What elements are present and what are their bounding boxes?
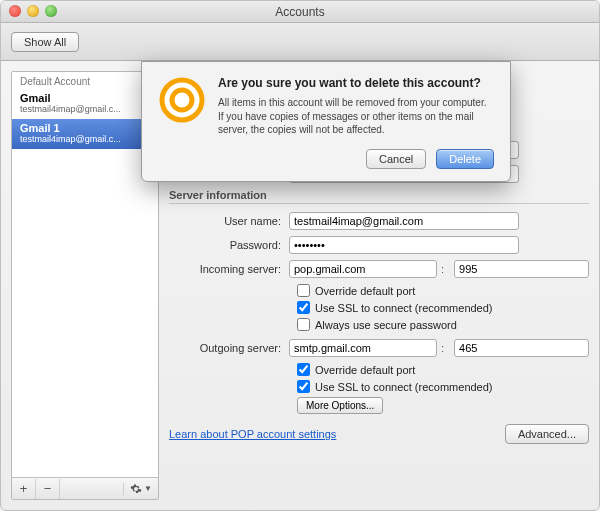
window-controls — [9, 5, 57, 17]
sidebar-list: Default Account Gmail testmail4imap@gmai… — [12, 72, 158, 477]
row-ssl-incoming: Use SSL to connect (recommended) — [297, 301, 589, 314]
account-email: testmail4imap@gmail.c... — [20, 134, 150, 144]
account-options-button[interactable]: ▼ — [123, 483, 158, 495]
svg-point-0 — [162, 80, 202, 120]
remove-account-button[interactable]: − — [36, 479, 60, 499]
bottom-row: Learn about POP account settings Advance… — [169, 424, 589, 444]
show-all-button[interactable]: Show All — [11, 32, 79, 52]
delete-button[interactable]: Delete — [436, 149, 494, 169]
incoming-port-field[interactable] — [454, 260, 589, 278]
zoom-icon[interactable] — [45, 5, 57, 17]
ssl-outgoing-label: Use SSL to connect (recommended) — [315, 381, 493, 393]
outlook-icon — [158, 76, 206, 124]
row-override-outgoing: Override default port — [297, 363, 589, 376]
accounts-sidebar: Default Account Gmail testmail4imap@gmai… — [11, 71, 159, 500]
toolbar: Show All — [1, 23, 599, 61]
row-outgoing: Outgoing server: : — [169, 339, 589, 357]
sidebar-item-gmail-1[interactable]: Gmail 1 testmail4imap@gmail.c... — [12, 119, 158, 149]
ssl-outgoing-checkbox[interactable] — [297, 380, 310, 393]
row-more-options: More Options... — [297, 397, 589, 414]
dialog-body: All items in this account will be remove… — [218, 96, 494, 137]
cancel-button[interactable]: Cancel — [366, 149, 426, 169]
row-ssl-outgoing: Use SSL to connect (recommended) — [297, 380, 589, 393]
row-password: Password: — [169, 236, 589, 254]
outgoing-label: Outgoing server: — [169, 342, 289, 354]
outgoing-server-field[interactable] — [289, 339, 437, 357]
dialog-title: Are you sure you want to delete this acc… — [218, 76, 494, 90]
secure-password-label: Always use secure password — [315, 319, 457, 331]
sidebar-item-gmail[interactable]: Gmail testmail4imap@gmail.c... — [12, 89, 158, 119]
row-secure-password: Always use secure password — [297, 318, 589, 331]
override-incoming-label: Override default port — [315, 285, 415, 297]
override-incoming-checkbox[interactable] — [297, 284, 310, 297]
incoming-server-field[interactable] — [289, 260, 437, 278]
port-separator: : — [441, 342, 444, 354]
username-label: User name: — [169, 215, 289, 227]
sidebar-header: Default Account — [12, 72, 158, 89]
account-email: testmail4imap@gmail.c... — [20, 104, 150, 114]
secure-password-checkbox[interactable] — [297, 318, 310, 331]
accounts-window: Accounts Show All Default Account Gmail … — [0, 0, 600, 511]
account-name: Gmail 1 — [20, 122, 150, 134]
account-name: Gmail — [20, 92, 150, 104]
more-options-button[interactable]: More Options... — [297, 397, 383, 414]
row-username: User name: — [169, 212, 589, 230]
minimize-icon[interactable] — [27, 5, 39, 17]
close-icon[interactable] — [9, 5, 21, 17]
outgoing-port-field[interactable] — [454, 339, 589, 357]
chevron-down-icon: ▼ — [144, 484, 152, 493]
sidebar-footer: + − ▼ — [12, 477, 158, 499]
port-separator: : — [441, 263, 444, 275]
password-label: Password: — [169, 239, 289, 251]
dialog-buttons: Cancel Delete — [218, 149, 494, 169]
override-outgoing-checkbox[interactable] — [297, 363, 310, 376]
row-override-incoming: Override default port — [297, 284, 589, 297]
row-incoming: Incoming server: : — [169, 260, 589, 278]
incoming-label: Incoming server: — [169, 263, 289, 275]
ssl-incoming-checkbox[interactable] — [297, 301, 310, 314]
delete-account-dialog: Are you sure you want to delete this acc… — [141, 61, 511, 182]
titlebar: Accounts — [1, 1, 599, 23]
gear-icon — [130, 483, 142, 495]
username-field[interactable] — [289, 212, 519, 230]
dialog-message: Are you sure you want to delete this acc… — [218, 76, 494, 169]
add-account-button[interactable]: + — [12, 479, 36, 499]
server-info-header: Server information — [169, 189, 589, 204]
advanced-button[interactable]: Advanced... — [505, 424, 589, 444]
override-outgoing-label: Override default port — [315, 364, 415, 376]
window-title: Accounts — [275, 5, 324, 19]
password-field[interactable] — [289, 236, 519, 254]
learn-pop-link[interactable]: Learn about POP account settings — [169, 428, 336, 440]
ssl-incoming-label: Use SSL to connect (recommended) — [315, 302, 493, 314]
